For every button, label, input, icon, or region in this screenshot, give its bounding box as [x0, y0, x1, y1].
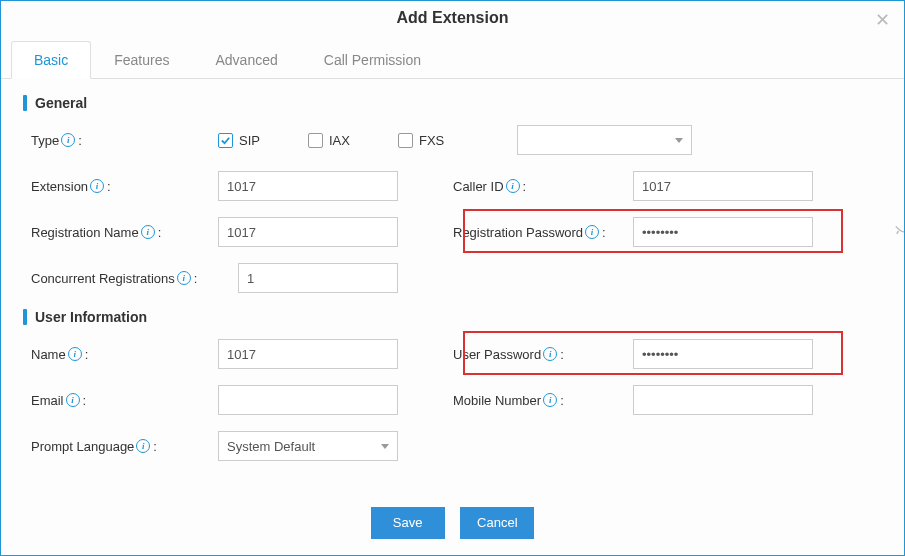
dialog-title: Add Extension	[396, 9, 508, 26]
tab-advanced[interactable]: Advanced	[192, 41, 300, 79]
mobile-input[interactable]	[633, 385, 813, 415]
name-input[interactable]	[218, 339, 398, 369]
row-email-mobile: Email : Mobile Number :	[23, 385, 882, 415]
reg-password-input[interactable]	[633, 217, 813, 247]
info-icon[interactable]	[68, 347, 82, 361]
concurrent-label: Concurrent Registrations :	[23, 271, 238, 286]
checkbox-sip[interactable]	[218, 133, 233, 148]
user-password-input[interactable]	[633, 339, 813, 369]
dialog-footer: Save Cancel	[1, 493, 904, 555]
info-icon[interactable]	[585, 225, 599, 239]
row-concurrent: Concurrent Registrations :	[23, 263, 882, 293]
save-button[interactable]: Save	[371, 507, 445, 539]
info-icon[interactable]	[136, 439, 150, 453]
type-iax[interactable]: IAX	[308, 133, 350, 148]
info-icon[interactable]	[90, 179, 104, 193]
info-icon[interactable]	[506, 179, 520, 193]
cancel-button[interactable]: Cancel	[460, 507, 534, 539]
row-name-userpw: Name : User Password :	[23, 339, 882, 369]
prompt-lang-select[interactable]: System Default	[218, 431, 398, 461]
row-extension-callerid: Extension : Caller ID :	[23, 171, 882, 201]
eye-closed-icon[interactable]	[894, 223, 904, 242]
section-general-title: General	[23, 95, 882, 111]
type-sip[interactable]: SIP	[218, 133, 260, 148]
info-icon[interactable]	[141, 225, 155, 239]
svg-line-0	[897, 231, 899, 234]
add-extension-dialog: Add Extension ✕ Basic Features Advanced …	[0, 0, 905, 556]
row-regname-regpw: Registration Name : Registration Passwor…	[23, 217, 882, 247]
tab-basic[interactable]: Basic	[11, 41, 91, 79]
row-type: Type : SIP IAX	[23, 125, 882, 155]
name-label: Name :	[23, 347, 218, 362]
extension-input[interactable]	[218, 171, 398, 201]
dialog-header: Add Extension ✕	[1, 1, 904, 41]
section-user-info-title: User Information	[23, 309, 882, 325]
type-fxs[interactable]: FXS	[398, 133, 444, 148]
checkbox-iax[interactable]	[308, 133, 323, 148]
chevron-down-icon	[675, 138, 683, 143]
reg-name-label: Registration Name :	[23, 225, 218, 240]
email-label: Email :	[23, 393, 218, 408]
chevron-down-icon	[381, 444, 389, 449]
tab-call-permission[interactable]: Call Permission	[301, 41, 444, 79]
info-icon[interactable]	[61, 133, 75, 147]
caller-id-label: Caller ID :	[453, 179, 633, 194]
fxs-port-select[interactable]	[517, 125, 692, 155]
tab-features[interactable]: Features	[91, 41, 192, 79]
row-prompt-language: Prompt Language : System Default	[23, 431, 882, 461]
info-icon[interactable]	[177, 271, 191, 285]
tab-bar: Basic Features Advanced Call Permission	[1, 41, 904, 79]
checkbox-fxs[interactable]	[398, 133, 413, 148]
caller-id-input[interactable]	[633, 171, 813, 201]
type-options: SIP IAX FXS	[218, 125, 692, 155]
email-input[interactable]	[218, 385, 398, 415]
concurrent-input[interactable]	[238, 263, 398, 293]
mobile-label: Mobile Number :	[453, 393, 633, 408]
user-password-label: User Password :	[453, 347, 633, 362]
reg-password-label: Registration Password :	[453, 225, 633, 240]
info-icon[interactable]	[543, 393, 557, 407]
type-label: Type :	[23, 133, 218, 148]
tab-content-basic: General Type : SIP IAX	[1, 79, 904, 493]
info-icon[interactable]	[543, 347, 557, 361]
extension-label: Extension :	[23, 179, 218, 194]
reg-name-input[interactable]	[218, 217, 398, 247]
prompt-lang-label: Prompt Language :	[23, 439, 218, 454]
info-icon[interactable]	[66, 393, 80, 407]
close-icon[interactable]: ✕	[875, 11, 890, 29]
